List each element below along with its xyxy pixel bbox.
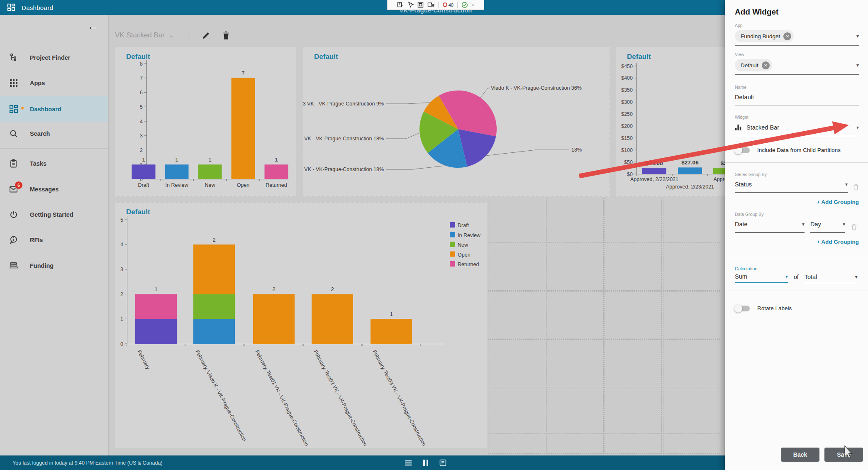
collapse-toolbar-icon[interactable]: < (472, 2, 474, 7)
view-select[interactable]: Default ✕ ▾ (735, 59, 859, 75)
add-data-grouping-link[interactable]: + Add Grouping (735, 239, 859, 245)
legend-swatch[interactable] (450, 242, 455, 247)
view-selector[interactable]: VK Stacked Bar (115, 31, 165, 39)
add-series-grouping-link[interactable]: + Add Grouping (735, 199, 859, 205)
stacked-segment-Draft[interactable] (135, 319, 177, 344)
queue-panel-icon[interactable] (439, 459, 446, 466)
stacked-segment-In Review[interactable] (193, 319, 235, 344)
stacked-segment-Open[interactable] (193, 245, 235, 294)
widget-select[interactable]: Stacked Bar ▾ (735, 122, 859, 136)
caret-down-icon[interactable]: ▾ (802, 221, 805, 227)
bar-value-label: $24.00 (646, 160, 663, 166)
grid-placeholder-cell (546, 435, 604, 454)
widget-title: Default (314, 53, 338, 61)
legend-swatch[interactable] (450, 261, 455, 267)
funding-stack-icon (9, 261, 19, 271)
caret-down-icon[interactable]: ▾ (843, 221, 845, 227)
region-select-icon[interactable] (417, 2, 424, 8)
collapse-sidebar-button[interactable]: ← (87, 21, 98, 32)
calculation-field-select[interactable]: Total ▾ (805, 274, 858, 283)
sidebar-item-apps[interactable]: Apps (0, 70, 108, 95)
remove-chip-icon[interactable]: ✕ (783, 32, 791, 40)
widget-card-funding-bar[interactable]: $0$50$100$150$200$250$300$350$400$450$24… (616, 47, 731, 197)
sidebar-item-dashboard[interactable]: ✱ Dashboard (0, 96, 108, 122)
save-button[interactable]: Save (824, 448, 863, 462)
x-axis-label: Returned (266, 182, 287, 188)
export-panel-icon[interactable] (397, 2, 404, 8)
x-axis-label: In Review (166, 182, 189, 188)
data-group-interval-select[interactable]: Day ▾ (810, 219, 845, 233)
sidebar-item-funding[interactable]: Funding (0, 253, 108, 278)
app-select[interactable]: Funding Budget ✕ ▾ (735, 30, 859, 46)
legend-swatch[interactable] (450, 232, 455, 237)
series-group-select[interactable]: Status ▾ (735, 179, 848, 193)
caret-down-icon[interactable]: ▾ (785, 274, 788, 279)
bar-Returned[interactable] (265, 164, 288, 179)
segment-value-label: 1 (390, 311, 393, 317)
sidebar-item-tasks[interactable]: Tasks (0, 151, 108, 176)
drag-pointer-icon[interactable] (427, 2, 434, 8)
remove-grouping-trash-icon[interactable] (853, 184, 859, 193)
data-group-interval-value: Day (810, 221, 821, 228)
caret-down-icon[interactable]: ▾ (856, 33, 859, 39)
back-button[interactable]: Back (781, 448, 819, 462)
record-counter-icon[interactable]: 40 (442, 2, 454, 7)
include-children-toggle[interactable] (735, 147, 750, 153)
data-group-field-select[interactable]: Date ▾ (735, 219, 805, 233)
apps-grid-icon (9, 78, 19, 88)
pointer-select-icon[interactable] (407, 2, 414, 8)
edit-view-button[interactable] (200, 29, 212, 42)
caret-down-icon[interactable]: ▾ (855, 274, 858, 280)
caret-down-icon[interactable]: ▾ (856, 125, 859, 130)
legend-swatch[interactable] (450, 252, 455, 257)
bar-Approved, 2/23/2021[interactable] (678, 167, 702, 174)
stacked-segment-Open[interactable] (253, 294, 295, 344)
calculation-fn-select[interactable]: Sum ▾ (735, 273, 788, 283)
grid-placeholder-cell (605, 339, 662, 386)
grid-placeholder-cell (663, 435, 720, 454)
bar-Open[interactable] (232, 78, 255, 179)
pause-icon[interactable] (423, 459, 429, 467)
widget-card-assignee-pie[interactable]: Vlado K - VK-Prague-Construction 36%18%T… (303, 47, 610, 197)
sidebar-item-project-finder[interactable]: Project Finder (0, 45, 108, 70)
footer-icons (405, 459, 446, 467)
grid-placeholder-cell (605, 196, 662, 243)
sidebar-item-label: Apps (30, 80, 45, 86)
sidebar-item-search[interactable]: Search (0, 121, 108, 146)
tasks-clipboard-icon (9, 159, 19, 169)
list-view-icon[interactable] (405, 460, 412, 466)
funding-bar-chart: $0$50$100$150$200$250$300$350$400$450$24… (616, 47, 731, 196)
bar-In Review[interactable] (165, 164, 189, 179)
stacked-segment-Returned[interactable] (135, 294, 177, 319)
sidebar-item-label: Getting Started (30, 211, 73, 218)
svg-text:0: 0 (120, 341, 123, 347)
widget-card-status-bar[interactable]: 0123456781Draft1In Review1New7Open1Retur… (115, 47, 296, 197)
widget-card-monthly-stacked[interactable]: 01234511February112February, Vlado K - V… (115, 202, 487, 448)
chevron-down-icon[interactable]: ⌄ (169, 32, 174, 39)
svg-text:7: 7 (140, 75, 143, 81)
x-axis-label: February, Test01 VK - VK-Prague-Construc… (254, 349, 310, 447)
confirm-check-icon[interactable] (461, 2, 468, 8)
remove-chip-icon[interactable]: ✕ (762, 61, 770, 69)
bar-Draft[interactable] (132, 164, 156, 179)
bar-Approved, 2/22/2021[interactable] (642, 168, 666, 174)
rotate-labels-toggle[interactable] (735, 306, 750, 311)
stacked-segment-New[interactable] (193, 294, 235, 319)
remove-grouping-trash-icon[interactable] (851, 223, 857, 233)
name-input[interactable]: Default (735, 92, 859, 105)
name-value: Default (735, 94, 754, 100)
pie-slice-label: Test01 VK - VK-Prague-Construction 18% (303, 166, 384, 172)
sidebar-item-messages[interactable]: 6 Messages (0, 176, 108, 202)
page-title: Dashboard (22, 4, 53, 11)
delete-view-button[interactable] (220, 29, 232, 42)
caret-down-icon[interactable]: ▾ (845, 181, 848, 187)
stacked-segment-Open[interactable] (312, 294, 353, 344)
bar-New[interactable] (198, 164, 222, 179)
capture-toolbar: 40 < (387, 0, 484, 10)
grid-placeholder-cell (546, 387, 604, 434)
stacked-segment-Open[interactable] (371, 319, 412, 344)
legend-swatch[interactable] (450, 222, 455, 228)
sidebar-item-rfis[interactable]: RFIs (0, 227, 108, 252)
sidebar-item-getting-started[interactable]: Getting Started (0, 202, 108, 227)
caret-down-icon[interactable]: ▾ (856, 62, 859, 68)
